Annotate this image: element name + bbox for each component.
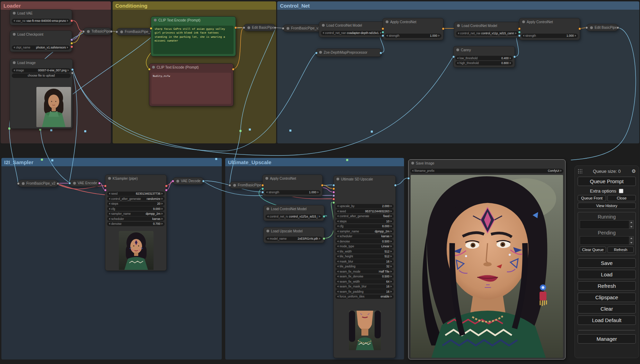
output-port-conditioning[interactable] <box>232 68 235 71</box>
collapse-dot-icon[interactable] <box>590 26 593 29</box>
widget-control_after_generate[interactable]: control_after_generaterandomize <box>107 196 165 201</box>
decrement-icon[interactable] <box>523 35 524 37</box>
decrement-icon[interactable] <box>337 260 339 263</box>
decrement-icon[interactable] <box>109 223 110 225</box>
queue-prompt-button[interactable]: Queue Prompt <box>578 177 636 186</box>
link-dot[interactable] <box>239 130 242 132</box>
choose-file-button[interactable]: choose file to upload <box>12 73 71 78</box>
increment-icon[interactable] <box>391 240 392 242</box>
widget-control_after_generate[interactable]: control_after_generatefixed <box>335 214 394 219</box>
decrement-icon[interactable] <box>14 20 15 22</box>
widget-seam_fix_denoise[interactable]: seam_fix_denoise0.500 <box>335 274 394 279</box>
decrement-icon[interactable] <box>337 295 339 298</box>
node-save-image[interactable]: Save Image filename_prefixComfyUI <box>408 159 566 359</box>
link-dot[interactable] <box>50 129 52 131</box>
link-dot[interactable] <box>289 130 291 132</box>
widget-mode_type[interactable]: mode_typeLinear <box>335 244 394 249</box>
input-port-conditioning[interactable] <box>382 27 384 30</box>
widget-model_name[interactable]: model_name2xESRGAN.pth <box>265 237 322 241</box>
widget-seam_fix_mask_blur[interactable]: seam_fix_mask_blur16 <box>335 284 394 289</box>
increment-icon[interactable] <box>510 62 511 64</box>
output-port[interactable] <box>274 26 277 29</box>
input-port-controlnet[interactable] <box>261 187 264 190</box>
collapse-dot-icon[interactable] <box>152 66 155 69</box>
output-port-latent[interactable] <box>98 182 101 185</box>
clear-button[interactable]: Clear <box>578 304 636 313</box>
widget-steps[interactable]: steps20 <box>107 202 165 206</box>
widget-seam_fix_width[interactable]: seam_fix_width64 <box>335 279 394 284</box>
input-port[interactable] <box>82 30 85 33</box>
increment-icon[interactable] <box>161 213 163 215</box>
decrement-icon[interactable] <box>337 285 339 287</box>
widget-seed[interactable]: seed953711344932263 <box>335 209 394 213</box>
output-port[interactable] <box>616 26 619 29</box>
decrement-icon[interactable] <box>337 220 339 222</box>
widget-image[interactable]: image00007-0-eiw_007.png <box>12 68 71 73</box>
collapse-dot-icon[interactable] <box>87 30 90 33</box>
view-history-button[interactable]: View History <box>578 203 636 209</box>
extra-options-checkbox[interactable] <box>619 189 623 193</box>
link-dot[interactable] <box>371 131 373 133</box>
output-port-image[interactable] <box>394 184 397 187</box>
increment-icon[interactable] <box>161 193 163 195</box>
input-port-images[interactable] <box>407 177 410 180</box>
input-port-clip[interactable] <box>150 27 152 30</box>
collapse-dot-icon[interactable] <box>120 30 123 33</box>
link-dot[interactable] <box>249 128 251 131</box>
refresh-queue-button[interactable]: Refresh <box>607 247 634 253</box>
node-clip-text-encode-negative[interactable]: CLIP Text Encode (Prompt) Nudity,nsfw <box>149 63 234 106</box>
node-from-basic-pipe-cn[interactable]: FromBasicPipe_v2 <box>283 25 322 32</box>
widget-control_net_name[interactable]: control_net_namecontrol_v11f1e_sd15_tile… <box>265 214 322 219</box>
group-control-net-titlebar[interactable]: Control_Net <box>277 1 639 10</box>
node-from-basic-pipe-loader[interactable]: FromBasicPipe_v2 <box>116 28 155 35</box>
increment-icon[interactable] <box>391 225 392 227</box>
collapse-dot-icon[interactable] <box>247 26 250 29</box>
widget-upscale_by[interactable]: upscale_by2.000 <box>335 204 394 208</box>
input-port-controlnet[interactable] <box>518 31 521 34</box>
output-port-clip[interactable] <box>70 42 73 45</box>
link-dot[interactable] <box>51 159 53 161</box>
collapse-dot-icon[interactable] <box>411 162 414 165</box>
collapse-dot-icon[interactable] <box>266 207 269 210</box>
increment-icon[interactable] <box>391 281 392 283</box>
collapse-dot-icon[interactable] <box>266 230 269 232</box>
decrement-icon[interactable] <box>109 198 110 200</box>
node-zoe-depth-preprocessor[interactable]: Zoe-DepthMapPreprocessor <box>316 48 381 57</box>
widget-mask_blur[interactable]: mask_blur16 <box>335 259 394 264</box>
group-ultimate-upscale-titlebar[interactable]: Ultimate_Upscale <box>225 158 404 166</box>
input-port-image[interactable] <box>382 34 384 37</box>
increment-icon[interactable] <box>161 203 163 205</box>
decrement-icon[interactable] <box>337 230 339 232</box>
collapse-dot-icon[interactable] <box>322 24 325 27</box>
input-port-image[interactable] <box>261 191 264 194</box>
collapse-dot-icon[interactable] <box>319 51 322 54</box>
input-port-clip[interactable] <box>148 68 151 71</box>
increment-icon[interactable] <box>438 35 440 37</box>
widget-ckpt_name[interactable]: ckpt_namephoton_v1.safetensors <box>12 45 70 50</box>
decrement-icon[interactable] <box>337 291 339 293</box>
increment-icon[interactable] <box>391 275 392 277</box>
node-load-image[interactable]: Load Image image00007-0-eiw_007.png choo… <box>10 59 73 129</box>
collapse-dot-icon[interactable] <box>386 20 388 23</box>
decrement-icon[interactable] <box>266 191 268 193</box>
node-vae-encode[interactable]: VAE Encode <box>69 179 100 187</box>
widget-control_net_name[interactable]: control_net_namecontrol_v11p_sd15_canny.… <box>456 31 518 36</box>
decrement-icon[interactable] <box>337 270 339 273</box>
scroll-up-icon[interactable] <box>630 238 632 239</box>
increment-icon[interactable] <box>510 57 511 59</box>
collapse-dot-icon[interactable] <box>336 178 339 180</box>
group-conditioning-titlebar[interactable]: Conditioning <box>113 1 276 10</box>
widget-strength[interactable]: strength1.000 <box>385 34 441 38</box>
node-load-checkpoint[interactable]: Load Checkpoint ckpt_namephoton_v1.safet… <box>10 30 72 52</box>
scroll-down-icon[interactable] <box>630 226 632 228</box>
collapse-dot-icon[interactable] <box>176 180 179 183</box>
input-port[interactable] <box>585 26 588 29</box>
widget-control_net_name[interactable]: control_net_namecoadapter-depth-sd15v1.p… <box>321 31 383 35</box>
input-port-pixels[interactable] <box>68 182 71 185</box>
output-port-controlnet[interactable] <box>323 215 325 218</box>
increment-icon[interactable] <box>317 191 319 193</box>
widget-seam_fix_padding[interactable]: seam_fix_padding16 <box>335 289 394 294</box>
input-port-negative[interactable] <box>332 191 335 194</box>
node-edit-basic-pipe-conditioning[interactable]: Edit BasicPipe <box>244 24 275 31</box>
increment-icon[interactable] <box>67 46 68 48</box>
